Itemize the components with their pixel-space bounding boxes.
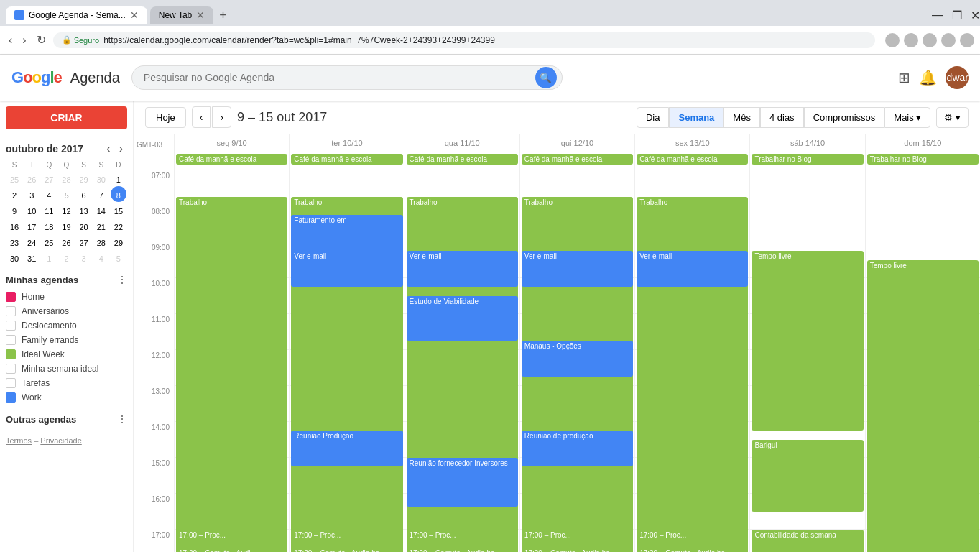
all-day-event-1[interactable]: Café da manhã e escola xyxy=(291,154,402,165)
mini-cal-day[interactable]: 13 xyxy=(76,202,92,218)
tab-close-btn-2[interactable]: ✕ xyxy=(196,9,205,21)
mini-cal-day[interactable]: 5 xyxy=(58,186,74,202)
create-btn[interactable]: CRIAR xyxy=(6,106,127,129)
cal-event-17[interactable]: 17:30 – Comute - Audio bc xyxy=(407,548,518,552)
view-mes-btn[interactable]: Mês xyxy=(724,107,760,128)
cal-event-16[interactable]: 17:00 – Proc... xyxy=(407,530,518,544)
cal-event-32[interactable]: Barigui xyxy=(752,440,863,512)
calendar-checkbox-tarefas[interactable] xyxy=(6,378,16,388)
new-tab-btn[interactable]: + xyxy=(219,8,227,23)
mini-cal-day[interactable]: 10 xyxy=(24,202,40,218)
mini-cal-day[interactable]: 16 xyxy=(6,218,22,234)
tab-active[interactable]: Google Agenda - Sema... ✕ xyxy=(6,6,147,24)
address-bar[interactable]: 🔒 Seguro https://calendar.google.com/cal… xyxy=(53,32,875,48)
cal-event-1[interactable]: 17:00 – Proc... xyxy=(176,530,287,544)
mini-cal-day[interactable]: 22 xyxy=(111,218,126,234)
reload-btn[interactable]: ↻ xyxy=(34,30,49,50)
view-semana-btn[interactable]: Semana xyxy=(669,107,724,128)
mini-cal-day[interactable]: 14 xyxy=(93,202,109,218)
sidebar-item-home[interactable]: Home xyxy=(6,290,127,304)
cal-event-29[interactable]: 17:30 – Comute - Audio bo xyxy=(637,548,748,552)
tab-inactive[interactable]: New Tab ✕ xyxy=(150,6,213,24)
mini-cal-day[interactable]: 17 xyxy=(24,218,40,234)
sidebar-item-work[interactable]: Work xyxy=(6,390,127,405)
all-day-event-4[interactable]: Café da manhã e escola xyxy=(637,154,748,165)
mini-cal-day[interactable]: 26 xyxy=(24,170,40,186)
notifications-icon[interactable]: 🔔 xyxy=(919,69,937,86)
privacy-link[interactable]: Privacidade xyxy=(40,436,81,445)
sidebar-item-minha-semana-ideal[interactable]: Minha semana ideal xyxy=(6,362,127,376)
calendar-checkbox-ideal-week[interactable] xyxy=(6,349,16,359)
cal-event-31[interactable]: Tempo livre xyxy=(752,251,863,431)
mini-cal-day[interactable]: 6 xyxy=(76,186,92,202)
mini-cal-day[interactable]: 1 xyxy=(111,170,126,186)
mini-cal-prev-btn[interactable]: ‹ xyxy=(102,141,114,157)
sidebar-item-deslocamento[interactable]: Deslocamento xyxy=(6,318,127,333)
view-dia-btn[interactable]: Dia xyxy=(637,107,670,128)
mini-cal-day[interactable]: 21 xyxy=(93,218,109,234)
ext-icon-4[interactable] xyxy=(941,33,956,47)
cal-event-20[interactable]: Ver e-mail xyxy=(522,251,633,287)
my-calendars-settings-btn[interactable]: ⋮ xyxy=(117,274,127,285)
all-day-event-5[interactable]: Trabalhar no Blog xyxy=(752,154,863,165)
mini-cal-day[interactable]: 30 xyxy=(93,170,109,186)
my-calendars-title[interactable]: Minhas agendas xyxy=(6,275,78,285)
ext-icon-5[interactable] xyxy=(960,33,974,47)
minimize-btn[interactable]: — xyxy=(932,9,943,22)
view-compromissos-btn[interactable]: Compromissos xyxy=(804,107,885,128)
mini-cal-day[interactable]: 4 xyxy=(41,186,57,202)
calendar-settings-btn[interactable]: ⚙ ▾ xyxy=(936,107,969,128)
cal-event-24[interactable]: 17:30 – Comute - Audio bo xyxy=(522,548,633,552)
calendar-checkbox-home[interactable] xyxy=(6,292,16,302)
mini-cal-day[interactable]: 2 xyxy=(58,249,74,265)
mini-cal-day[interactable]: 1 xyxy=(41,249,57,265)
mini-cal-day[interactable]: 29 xyxy=(76,170,92,186)
sidebar-item-aniversarios[interactable]: Aniversários xyxy=(6,304,127,318)
mini-cal-day[interactable]: 26 xyxy=(58,234,74,249)
mini-cal-day[interactable]: 25 xyxy=(41,234,57,249)
mini-cal-day[interactable]: 4 xyxy=(93,249,109,265)
mini-cal-next-btn[interactable]: › xyxy=(115,141,127,157)
cal-event-6[interactable]: Ver e-mail xyxy=(291,251,402,287)
mini-cal-day[interactable]: 3 xyxy=(24,186,40,202)
cal-event-27[interactable]: Ver e-mail xyxy=(637,251,748,287)
mini-cal-day[interactable]: 25 xyxy=(6,170,22,186)
forward-btn[interactable]: › xyxy=(19,31,29,50)
cal-event-21[interactable]: Manaus - Opções xyxy=(522,341,633,377)
mini-cal-day[interactable]: 27 xyxy=(41,170,57,186)
next-week-btn[interactable]: › xyxy=(212,106,231,128)
other-calendars-settings-btn[interactable]: ⋮ xyxy=(117,413,127,425)
close-btn[interactable]: ✕ xyxy=(971,9,980,22)
search-btn[interactable]: 🔍 xyxy=(535,67,557,88)
calendar-checkbox-deslocamento[interactable] xyxy=(6,321,16,331)
calendar-checkbox-work[interactable] xyxy=(6,392,16,402)
mini-cal-day[interactable]: 31 xyxy=(24,249,40,265)
cal-event-23[interactable]: 17:00 – Proc... xyxy=(522,530,633,544)
mini-cal-day[interactable]: 9 xyxy=(6,202,22,218)
all-day-event-2[interactable]: Café da manhã e escola xyxy=(407,154,518,165)
view-4dias-btn[interactable]: 4 dias xyxy=(760,107,804,128)
sidebar-item-ideal-week[interactable]: Ideal Week xyxy=(6,347,127,362)
mini-cal-day[interactable]: 24 xyxy=(24,234,40,249)
back-btn[interactable]: ‹ xyxy=(6,31,15,50)
mini-cal-day[interactable]: 30 xyxy=(6,249,22,265)
cal-event-0[interactable]: Trabalho xyxy=(176,197,287,552)
all-day-event-0[interactable]: Café da manhã e escola xyxy=(176,154,287,165)
maximize-btn[interactable]: ❐ xyxy=(952,9,962,22)
apps-icon[interactable]: ⊞ xyxy=(898,69,910,86)
cal-event-22[interactable]: Reunião de produção xyxy=(522,431,633,466)
all-day-event-3[interactable]: Café da manhã e escola xyxy=(522,154,633,165)
all-day-event-6[interactable]: Trabalhar no Blog xyxy=(867,154,979,165)
prev-week-btn[interactable]: ‹ xyxy=(192,106,211,128)
view-mais-btn[interactable]: Mais ▾ xyxy=(884,107,930,128)
ext-icon-2[interactable] xyxy=(904,33,918,47)
search-bar[interactable]: 🔍 xyxy=(131,65,563,90)
mini-cal-day[interactable]: 23 xyxy=(6,234,22,249)
cal-event-13[interactable]: Ver e-mail xyxy=(407,251,518,287)
mini-cal-day[interactable]: 28 xyxy=(58,170,74,186)
mini-cal-day[interactable]: 5 xyxy=(111,249,126,265)
mini-cal-day[interactable]: 27 xyxy=(76,234,92,249)
cal-event-9[interactable]: 17:30 – Comute - Audio bc xyxy=(291,548,402,552)
mini-cal-day[interactable]: 11 xyxy=(41,202,57,218)
mini-cal-day[interactable]: 3 xyxy=(76,249,92,265)
